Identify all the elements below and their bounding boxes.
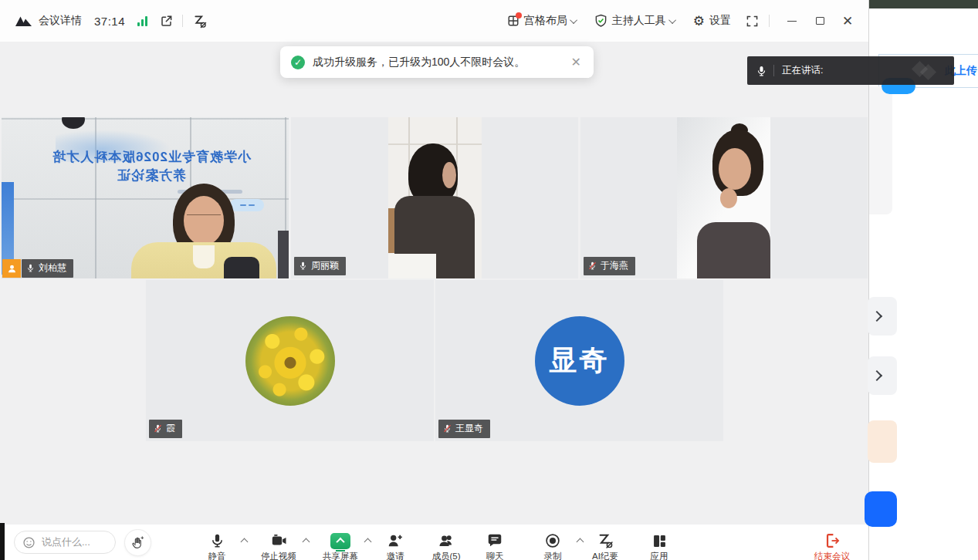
smiley-icon: [22, 536, 36, 549]
stop-video-button[interactable]: 停止视频: [254, 531, 303, 560]
share-window-icon[interactable]: [160, 15, 173, 28]
app-logo-icon: [14, 15, 32, 28]
speaking-label: 正在讲话:: [782, 64, 823, 77]
meeting-details-button[interactable]: 会议详情: [39, 14, 82, 28]
maximize-button[interactable]: [808, 9, 831, 32]
watermark-logo: [914, 63, 934, 78]
video-tile-zhouliying[interactable]: 周丽颖: [291, 117, 578, 278]
minimize-button[interactable]: [780, 9, 804, 32]
mic-icon: [209, 531, 225, 550]
titlebar: 会议详情 37:14 宫格布局: [0, 0, 868, 42]
toast-message: 成功升级服务，已升级为100人不限时会议。: [313, 56, 562, 69]
ai-notes-label: AI纪要: [592, 551, 618, 560]
mute-button[interactable]: 静音: [192, 531, 242, 560]
desktop-wallpaper: [869, 0, 978, 8]
participant-silhouette: [193, 245, 215, 268]
chevron-right-icon: [871, 370, 882, 381]
chat-button[interactable]: 聊天: [470, 531, 519, 560]
video-tile-yuhaiyan[interactable]: 于海燕: [580, 117, 868, 278]
close-button[interactable]: ✕: [836, 9, 859, 32]
video-tile-wangxianqi[interactable]: 显奇 王显奇: [435, 280, 723, 441]
primary-action-button[interactable]: [865, 491, 897, 527]
background-window-edge: [0, 523, 5, 560]
gear-icon: ⚙: [693, 15, 705, 28]
video-tile-liubaihui[interactable]: 小学教育专业2026版本科人才培 养方案论证 刘柏慧: [2, 117, 289, 278]
camera-icon: [270, 531, 288, 550]
chevron-up-icon[interactable]: [303, 538, 310, 546]
participant-name: 于海燕: [601, 259, 628, 272]
network-signal-icon[interactable]: [137, 16, 147, 26]
chat-placeholder: 说点什么...: [42, 535, 90, 549]
shield-check-icon: [594, 14, 607, 28]
members-label: 成员(5): [431, 551, 460, 560]
chat-label: 聊天: [486, 551, 504, 560]
mic-icon: [756, 65, 766, 77]
layout-button[interactable]: 宫格布局: [507, 14, 577, 28]
stop-video-label: 停止视频: [261, 551, 296, 560]
apps-label: 应用: [651, 551, 668, 560]
name-tag: 王显奇: [438, 420, 490, 438]
participant-name: 周丽颖: [311, 259, 339, 272]
portrait-video: [388, 117, 482, 278]
participant-name: 王显奇: [455, 422, 483, 435]
record-label: 录制: [544, 551, 562, 560]
ai-notes-icon: [597, 531, 614, 550]
host-tools-button[interactable]: 主持人工具: [594, 14, 676, 28]
end-meeting-button[interactable]: 结束会议: [803, 531, 861, 560]
apps-grid-icon: [651, 531, 668, 550]
quick-chat-input[interactable]: 说点什么...: [14, 531, 116, 554]
meeting-timer: 37:14: [94, 15, 125, 28]
desk: [388, 254, 436, 278]
screen: 会议详情 37:14 宫格布局: [0, 0, 978, 560]
expand-panel-button[interactable]: [868, 356, 897, 395]
toast-notification: ✓ 成功升级服务，已升级为100人不限时会议。 ✕: [280, 46, 594, 78]
participant-name: 刘柏慧: [39, 261, 66, 275]
sunflower-avatar: [245, 316, 335, 406]
chat-bubble-icon: [486, 531, 503, 550]
members-button[interactable]: 成员(5): [421, 531, 471, 560]
meeting-details-label: 会议详情: [39, 14, 82, 28]
participant-silhouette: [697, 222, 770, 278]
participant-silhouette: [719, 148, 751, 190]
name-tag: 刘柏慧: [2, 259, 73, 278]
notification-dot: [516, 12, 522, 19]
raise-hand-button[interactable]: [124, 529, 151, 556]
share-screen-button[interactable]: 共享屏幕: [316, 531, 365, 560]
invite-button[interactable]: 邀请: [371, 531, 420, 560]
desk-object: [278, 231, 289, 278]
chevron-right-icon: [871, 311, 882, 322]
slide-title-line2: 养方案论证: [44, 167, 259, 185]
mic-muted-icon: [443, 423, 452, 433]
participant-silhouette: [442, 162, 456, 188]
initials-avatar: 显奇: [535, 316, 624, 406]
invite-label: 邀请: [387, 551, 404, 560]
speaking-indicator[interactable]: 正在讲话:: [747, 56, 954, 85]
name-tag: 周丽颖: [294, 257, 346, 275]
titlebar-divider: [769, 15, 770, 27]
highlight-panel[interactable]: [868, 420, 897, 463]
expand-panel-button[interactable]: [868, 297, 897, 336]
video-tile-xia[interactable]: 霞: [146, 280, 434, 441]
name-tag: 霞: [149, 420, 182, 438]
meeting-window: 会议详情 37:14 宫格布局: [0, 0, 868, 560]
avatar-text: 显奇: [550, 342, 610, 380]
ai-record-status-icon[interactable]: [192, 14, 207, 29]
fullscreen-icon[interactable]: [746, 15, 758, 27]
host-badge: [2, 259, 21, 278]
settings-label: 设置: [709, 14, 731, 28]
mute-label: 静音: [208, 551, 226, 560]
toast-close-icon[interactable]: ✕: [570, 55, 583, 69]
chevron-down-icon: [570, 16, 577, 24]
settings-button[interactable]: ⚙ 设置: [693, 14, 731, 28]
members-icon: [438, 531, 455, 550]
shared-slide-title: 小学教育专业2026版本科人才培 养方案论证: [44, 148, 259, 185]
end-meeting-label: 结束会议: [814, 551, 850, 560]
record-button[interactable]: 录制: [528, 531, 577, 560]
layout-label: 宫格布局: [524, 14, 567, 28]
apps-button[interactable]: 应用: [635, 531, 684, 560]
mic-on-icon: [26, 263, 35, 273]
ai-notes-button[interactable]: AI纪要: [580, 531, 630, 560]
chevron-up-icon[interactable]: [241, 538, 249, 546]
slide-title-line1: 小学教育专业2026版本科人才培: [44, 148, 259, 167]
name-tag: 于海燕: [584, 257, 635, 275]
